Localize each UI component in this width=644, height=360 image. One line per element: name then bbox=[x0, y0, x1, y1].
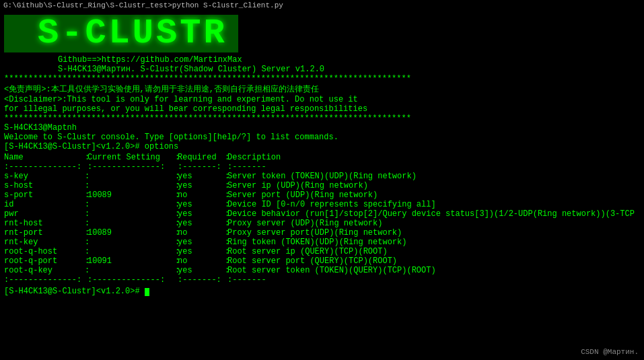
row-desc: Proxy server (UDP)(Ring network) bbox=[227, 219, 640, 228]
row-current bbox=[87, 219, 175, 228]
table-row: s-key : : yes : Server token (TOKEN)(UDP… bbox=[4, 172, 640, 181]
row-name: s-key bbox=[4, 172, 85, 181]
row-required: yes bbox=[178, 247, 225, 256]
prompt-user: S-H4CK13@Maptnh bbox=[4, 123, 640, 133]
command-line: [S-H4CK13@S-Clustr]<v1.2.0># options bbox=[4, 142, 640, 151]
row-name: rnt-key bbox=[4, 238, 85, 247]
terminal: G:\Github\S-Clustr_Ring\S-Clustr_test>py… bbox=[0, 0, 644, 360]
row-current: 10089 bbox=[87, 228, 175, 238]
table-rows: s-key : : yes : Server token (TOKEN)(UDP… bbox=[4, 172, 640, 275]
table-row: s-host : : yes : Server ip (UDP)(Ring ne… bbox=[4, 181, 640, 190]
table-row: id : : yes : Device ID [0-n/0 represents… bbox=[4, 200, 640, 209]
row-required: yes bbox=[178, 200, 225, 209]
table-row: rnt-key : : yes : Ring token (TOKEN)(UDP… bbox=[4, 238, 640, 247]
row-required: yes bbox=[178, 219, 225, 228]
row-name: s-host bbox=[4, 181, 85, 190]
col-header-desc: Description bbox=[227, 153, 640, 162]
row-current bbox=[87, 266, 175, 275]
bottom-prompt: [S-H4CK13@S-Clustr]<v1.2.0># bbox=[4, 287, 640, 296]
logo-container: S-CLUSTR bbox=[4, 12, 640, 55]
row-required: no bbox=[178, 190, 225, 200]
logo-text: S-CLUSTR bbox=[4, 15, 238, 52]
row-current bbox=[87, 181, 175, 190]
cursor-icon bbox=[145, 288, 149, 296]
col-header-current: Current Setting bbox=[87, 153, 175, 162]
row-required: yes bbox=[178, 266, 225, 275]
row-name: s-port bbox=[4, 190, 85, 200]
info-line-2: S-H4CK13@Мартин. S-Clustr(Shadow Cluster… bbox=[58, 65, 640, 74]
row-name: id bbox=[4, 200, 85, 209]
row-desc: Root server port (QUERY)(TCP)(ROOT) bbox=[227, 256, 640, 266]
row-current bbox=[87, 200, 175, 209]
row-desc: Root server ip (QUERY)(TCP)(ROOT) bbox=[227, 247, 640, 256]
row-required: no bbox=[178, 228, 225, 238]
row-required: yes bbox=[178, 238, 225, 247]
row-desc: Proxy server port(UDP)(Ring network) bbox=[227, 228, 640, 238]
table-row: rnt-host : : yes : Proxy server (UDP)(Ri… bbox=[4, 219, 640, 228]
terminal-content: S-CLUSTR Github==>https://github.com/Mar… bbox=[0, 11, 644, 297]
row-current bbox=[87, 238, 175, 247]
row-desc: Device behavior (run[1]/stop[2]/Query de… bbox=[227, 209, 640, 219]
row-name: root-q-host bbox=[4, 247, 85, 256]
table-row: rnt-port : 10089 : no : Proxy server por… bbox=[4, 228, 640, 238]
row-required: no bbox=[178, 256, 225, 266]
row-required: yes bbox=[178, 181, 225, 190]
row-required: yes bbox=[178, 209, 225, 219]
table-footer-divider: :--------------: :--------------: :-----… bbox=[4, 275, 640, 285]
bottom-prompt-text: [S-H4CK13@S-Clustr]<v1.2.0># bbox=[4, 287, 145, 296]
row-desc: Server port (UDP)(Ring network) bbox=[227, 190, 640, 200]
welcome-msg: Welcome to S-Clustr console. Type [optio… bbox=[4, 133, 640, 142]
row-current bbox=[87, 209, 175, 219]
row-name: root-q-key bbox=[4, 266, 85, 275]
row-current bbox=[87, 247, 175, 256]
row-desc: Device ID [0-n/0 represents specifying a… bbox=[227, 200, 640, 209]
options-table: Name : Current Setting : Required : Desc… bbox=[4, 153, 640, 285]
row-current: 10091 bbox=[87, 256, 175, 266]
table-row: root-q-host : : yes : Root server ip (QU… bbox=[4, 247, 640, 256]
row-name: pwr bbox=[4, 209, 85, 219]
disclaimer-zh: <免责声明>:本工具仅供学习实验使用,请勿用于非法用途,否则自行承担相应的法律责… bbox=[4, 83, 640, 95]
table-row: root-q-port : 10091 : no : Root server p… bbox=[4, 256, 640, 266]
table-row: root-q-key : : yes : Root server token (… bbox=[4, 266, 640, 275]
row-current bbox=[87, 172, 175, 181]
table-divider: :--------------: :--------------: :-----… bbox=[4, 162, 640, 172]
stars-line-2: ****************************************… bbox=[4, 114, 640, 123]
row-required: yes bbox=[178, 172, 225, 181]
row-current: 10089 bbox=[87, 190, 175, 200]
row-name: root-q-port bbox=[4, 256, 85, 266]
col-header-required: Required bbox=[178, 153, 225, 162]
row-desc: Server ip (UDP)(Ring network) bbox=[227, 181, 640, 190]
table-row: s-port : 10089 : no : Server port (UDP)(… bbox=[4, 190, 640, 200]
disclaimer-en2: for illegal purposes, or you will bear c… bbox=[4, 104, 640, 114]
title-text: G:\Github\S-Clustr_Ring\S-Clustr_test>py… bbox=[3, 1, 283, 9]
row-name: rnt-port bbox=[4, 228, 85, 238]
row-desc: Root server token (TOKEN)(QUERY)(TCP)(RO… bbox=[227, 266, 640, 275]
watermark: CSDN @Мартин. bbox=[581, 348, 639, 356]
stars-line-1: ****************************************… bbox=[4, 74, 640, 83]
row-desc: Server token (TOKEN)(UDP)(Ring network) bbox=[227, 172, 640, 181]
table-header: Name : Current Setting : Required : Desc… bbox=[4, 153, 640, 162]
title-bar: G:\Github\S-Clustr_Ring\S-Clustr_test>py… bbox=[0, 0, 644, 11]
info-line-1: Github==>https://github.com/MartinxMax bbox=[58, 55, 640, 65]
table-row: pwr : : yes : Device behavior (run[1]/st… bbox=[4, 209, 640, 219]
col-header-name: Name bbox=[4, 153, 85, 162]
disclaimer-en1: <Disclaimer>:This tool is only for learn… bbox=[4, 95, 640, 104]
row-desc: Ring token (TOKEN)(UDP)(Ring network) bbox=[227, 238, 640, 247]
row-name: rnt-host bbox=[4, 219, 85, 228]
